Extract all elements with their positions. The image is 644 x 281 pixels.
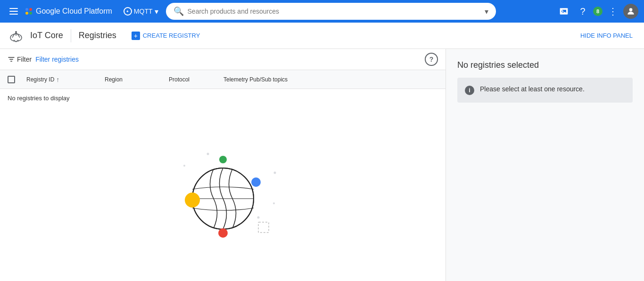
info-panel-title: No registries selected [457,60,633,70]
hide-panel-label: HIDE INFO PANEL [580,32,633,39]
select-all-col [8,76,19,83]
svg-point-0 [629,8,633,11]
svg-point-14 [273,172,276,174]
info-icon: i [465,86,474,95]
svg-point-13 [206,153,209,155]
table-header: Registry ID ↑ Region Protocol Telemetry … [0,70,446,89]
svg-point-10 [251,177,261,187]
nav-icons: ? 8 ⋮ [555,3,638,20]
top-nav: Google Cloud Platform ✦ MQTT ▾ 🔍 ▾ ? 8 ⋮ [0,0,644,23]
cloud-shell-button[interactable] [555,3,572,20]
filter-button[interactable]: Filter [8,56,32,63]
search-expand-icon[interactable]: ▾ [485,7,488,16]
col-header-registry-id[interactable]: Registry ID ↑ [26,76,97,83]
notification-badge[interactable]: 8 [593,7,603,16]
svg-rect-18 [258,222,269,233]
hamburger-icon [9,8,18,15]
search-input[interactable] [188,8,481,15]
table-body: No registries to display [0,89,446,281]
svg-point-5 [16,40,17,42]
google-dots-icon [25,8,32,15]
search-bar[interactable]: 🔍 ▾ [166,3,496,20]
sub-header: IoT Core Registries + CREATE REGISTRY HI… [0,23,644,49]
filter-bar: Filter Filter registries ? [0,49,446,70]
create-plus-icon: + [132,32,140,40]
project-dropdown-icon: ▾ [155,7,158,16]
header-divider [71,29,71,42]
empty-message: No registries to display [0,89,446,107]
help-icon: ? [580,6,585,17]
svg-point-15 [183,165,185,167]
iot-core-icon [8,27,25,44]
svg-point-7 [192,168,254,229]
filter-help-icon: ? [429,56,434,63]
col-telemetry-label: Telemetry Pub/Sub topics [223,76,288,83]
svg-point-17 [257,217,259,219]
svg-point-12 [218,228,228,238]
filter-registries-link[interactable]: Filter registries [35,56,79,63]
col-header-region: Region [105,76,161,83]
project-name: MQTT [134,8,153,15]
main-area: Filter Filter registries ? Registry ID ↑… [0,49,644,281]
info-message-box: i Please select at least one resource. [457,78,633,103]
more-icon: ⋮ [608,6,618,17]
svg-point-8 [192,168,254,229]
app-title: IoT Core [30,31,63,40]
right-panel: No registries selected i Please select a… [446,49,644,281]
col-protocol-label: Protocol [169,76,190,83]
svg-point-6 [17,40,19,41]
col-header-protocol: Protocol [169,76,216,83]
svg-point-4 [14,40,15,41]
notification-count: 8 [596,8,599,14]
svg-point-16 [273,202,275,204]
filter-help-button[interactable]: ? [425,53,438,66]
left-panel: Filter Filter registries ? Registry ID ↑… [0,49,446,281]
svg-point-9 [219,156,227,163]
sort-icon: ↑ [56,76,59,83]
svg-point-2 [15,31,17,33]
hamburger-button[interactable] [6,4,22,18]
app-logo-area: Google Cloud Platform [25,7,112,16]
avatar[interactable] [623,4,638,19]
create-button-label: CREATE REGISTRY [143,32,200,39]
col-header-telemetry: Telemetry Pub/Sub topics [223,76,438,83]
project-icon: ✦ [124,7,132,16]
app-name: Google Cloud Platform [36,7,112,16]
empty-illustration [157,130,289,272]
svg-point-11 [185,193,200,208]
col-registry-id-label: Registry ID [26,76,54,83]
select-all-checkbox[interactable] [8,76,15,83]
create-registry-button[interactable]: + CREATE REGISTRY [126,29,206,43]
page-title: Registries [79,31,116,40]
search-icon: 🔍 [173,6,184,16]
project-selector[interactable]: ✦ MQTT ▾ [120,5,162,18]
help-button[interactable]: ? [574,3,591,20]
col-region-label: Region [105,76,123,83]
filter-label: Filter [17,56,32,63]
hide-info-panel-button[interactable]: HIDE INFO PANEL [577,29,636,42]
info-message-text: Please select at least one resource. [480,85,585,93]
more-options-button[interactable]: ⋮ [604,3,621,20]
